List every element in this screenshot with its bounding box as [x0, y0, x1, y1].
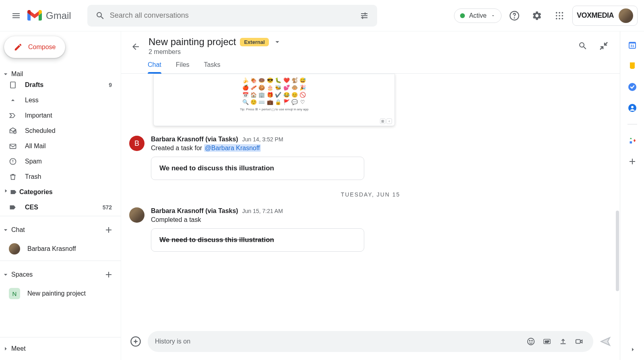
- nav-scheduled[interactable]: Scheduled: [0, 123, 121, 139]
- chevron-up-icon: [9, 96, 25, 104]
- tab-chat[interactable]: Chat: [148, 61, 161, 73]
- nav-spam[interactable]: Spam: [0, 154, 121, 169]
- mail-section-header[interactable]: Mail: [0, 67, 121, 81]
- task-title: We need to discuss this illustration: [159, 164, 356, 172]
- tab-tasks[interactable]: Tasks: [204, 61, 221, 73]
- video-icon[interactable]: [572, 335, 586, 348]
- message-author: Barbara Krasnoff (via Tasks): [151, 136, 238, 143]
- search-bar[interactable]: [87, 5, 377, 27]
- chat-item[interactable]: Barbara Krasnoff: [0, 240, 121, 257]
- compose-button[interactable]: Compose: [4, 36, 65, 58]
- message-time: Jun 14, 3:52 PM: [242, 136, 283, 143]
- space-item[interactable]: N New painting project: [0, 285, 121, 302]
- org-name: VOXMEDIA: [577, 11, 614, 20]
- meet-section-header[interactable]: Meet: [0, 341, 121, 356]
- help-icon[interactable]: [505, 6, 524, 25]
- svg-rect-26: [576, 339, 580, 343]
- svg-rect-4: [362, 17, 363, 19]
- send-button[interactable]: [597, 333, 613, 350]
- svg-rect-30: [631, 69, 634, 70]
- spaces-section-header[interactable]: Spaces: [0, 264, 121, 285]
- chat-section-header[interactable]: Chat: [0, 219, 121, 240]
- contacts-icon[interactable]: [627, 103, 637, 113]
- emoji-grid-preview: 🍌🍖🍩😎🐛❤️🐒😅 🍎🥓🍪🎂🐝💕🐵🎉 📅🏠🏢🎁✔️😂😊🚫 🔍☺️⌨️💼🔒🚩💬♡: [242, 77, 306, 105]
- upload-icon[interactable]: [556, 335, 570, 348]
- message-row: Barbara Krasnoff (via Tasks) Jun 15, 7:2…: [129, 207, 612, 252]
- trash-icon: [9, 173, 25, 181]
- task-card-completed[interactable]: We need to discuss this illustration: [151, 228, 364, 252]
- status-pill[interactable]: Active: [454, 8, 502, 23]
- task-card[interactable]: We need to discuss this illustration: [151, 157, 364, 180]
- new-chat-button[interactable]: [101, 223, 116, 237]
- org-account-chip[interactable]: VOXMEDIA: [572, 6, 638, 26]
- scrollbar[interactable]: [616, 211, 619, 291]
- message-avatar: B: [129, 136, 144, 151]
- add-attachment-button[interactable]: [128, 333, 144, 350]
- external-badge: External: [240, 38, 268, 46]
- svg-point-12: [561, 15, 563, 17]
- svg-rect-3: [365, 12, 365, 15]
- svg-rect-2: [361, 17, 367, 18]
- expand-icon[interactable]: ⊞: [380, 118, 386, 124]
- svg-point-23: [532, 340, 533, 341]
- space-menu-dropdown[interactable]: [273, 37, 282, 46]
- message-time: Jun 15, 7:21 AM: [242, 208, 283, 214]
- chevron-left-icon[interactable]: ‹: [386, 118, 392, 124]
- drafts-icon: [9, 81, 25, 89]
- chevron-down-icon: [2, 70, 10, 78]
- attached-image-card[interactable]: 🍌🍖🍩😎🐛❤️🐒😅 🍎🥓🍪🎂🐝💕🐵🎉 📅🏠🏢🎁✔️😂😊🚫 🔍☺️⌨️💼🔒🚩💬♡ …: [153, 74, 395, 126]
- message-input[interactable]: History is on GIF: [148, 331, 593, 352]
- new-space-button[interactable]: [101, 267, 116, 282]
- gmail-logo[interactable]: Gmail: [27, 10, 71, 21]
- svg-point-11: [559, 15, 560, 17]
- nav-less[interactable]: Less: [0, 93, 121, 108]
- search-icon[interactable]: [91, 6, 110, 25]
- svg-text:GIF: GIF: [545, 340, 549, 343]
- main-menu-button[interactable]: [6, 6, 26, 25]
- status-dot-icon: [460, 13, 465, 18]
- emoji-icon[interactable]: [524, 335, 538, 348]
- chevron-down-icon: [491, 13, 495, 18]
- add-addon-icon[interactable]: [627, 157, 637, 166]
- search-options-icon[interactable]: [355, 6, 374, 25]
- spam-icon: [9, 157, 25, 166]
- space-avatar: N: [9, 288, 20, 299]
- addons-icon[interactable]: [627, 136, 637, 145]
- user-mention[interactable]: @Barbara Krasnoff: [204, 144, 261, 152]
- message-row: B Barbara Krasnoff (via Tasks) Jun 14, 3…: [129, 136, 612, 180]
- user-avatar[interactable]: [619, 8, 633, 23]
- apps-grid-icon[interactable]: [550, 6, 569, 25]
- back-button[interactable]: [128, 39, 144, 55]
- nav-categories[interactable]: Categories: [0, 184, 121, 200]
- space-name: New painting project: [27, 290, 86, 297]
- keep-icon[interactable]: [627, 61, 637, 71]
- settings-icon[interactable]: [527, 6, 547, 25]
- space-tabs: Chat Files Tasks: [121, 61, 620, 74]
- tasks-icon[interactable]: [627, 82, 637, 92]
- svg-point-15: [561, 18, 563, 19]
- label-icon: [3, 188, 19, 196]
- search-input[interactable]: [110, 11, 355, 20]
- nav-all-mail[interactable]: All Mail: [0, 139, 121, 154]
- task-title: We need to discuss this illustration: [159, 236, 356, 244]
- chevron-down-icon: [2, 226, 10, 234]
- calendar-icon[interactable]: 31: [627, 40, 637, 50]
- status-label: Active: [469, 12, 487, 19]
- collapse-icon[interactable]: [594, 36, 613, 56]
- search-in-space-icon[interactable]: [573, 36, 592, 56]
- expand-rail-icon[interactable]: [629, 346, 637, 354]
- svg-point-7: [556, 12, 557, 13]
- gif-icon[interactable]: GIF: [540, 335, 554, 348]
- nav-important[interactable]: Important: [0, 108, 121, 123]
- svg-point-9: [561, 12, 563, 13]
- svg-point-22: [529, 340, 530, 341]
- tab-files[interactable]: Files: [176, 61, 190, 73]
- nav-trash[interactable]: Trash: [0, 169, 121, 184]
- compose-label: Compose: [28, 43, 56, 51]
- nav-ces[interactable]: CES 572: [0, 200, 121, 215]
- chat-avatar: [9, 243, 20, 254]
- nav-drafts[interactable]: Drafts 9: [0, 81, 121, 93]
- chevron-down-icon: [2, 271, 10, 279]
- message-author: Barbara Krasnoff (via Tasks): [151, 207, 238, 215]
- members-count: 2 members: [149, 48, 282, 56]
